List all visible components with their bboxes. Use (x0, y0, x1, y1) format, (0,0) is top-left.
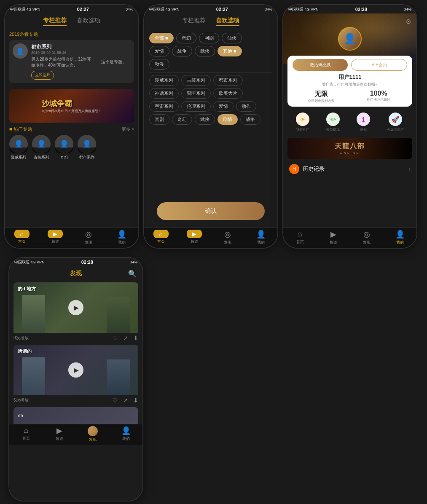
more-link[interactable]: 更多 > (122, 126, 134, 132)
tab-channel-4[interactable]: ▶ 频道 (43, 426, 76, 442)
cat-item-3[interactable]: 👤 奇幻 (55, 135, 73, 160)
tab-discover-label-2: 发现 (224, 240, 231, 245)
like-icon-2[interactable]: ♡ (113, 397, 118, 404)
drama-thumb: 👤 (13, 43, 28, 59)
watch-now-button[interactable]: 立即选片 (31, 71, 54, 80)
action-promote[interactable]: ☀ 我要推广 (296, 113, 309, 132)
sub-tag-ethics[interactable]: 伦理系列 (181, 101, 211, 112)
tag-fantasy[interactable]: 奇幻 (176, 33, 196, 43)
partial-text: rth (18, 413, 23, 418)
tab-channel-3[interactable]: ▶ 频道 (317, 230, 350, 245)
sub-tag-comedy[interactable]: 喜剧 (149, 114, 169, 125)
tag-martial[interactable]: 武侠 (195, 46, 215, 56)
tab-mine-1[interactable]: 👤 我的 (105, 230, 138, 245)
figure-1a (22, 295, 45, 333)
video-views-1: 0次播放 (13, 335, 113, 341)
cat-item-1[interactable]: 👤 漫威系列 (9, 135, 28, 160)
sub-tag-costume[interactable]: 古装系列 (181, 75, 211, 86)
tab-discover-1[interactable]: ◎ 发现 (72, 230, 105, 245)
search-icon[interactable]: 🔍 (128, 270, 137, 278)
user-stats: 无限 今日剩余观影次数 100% 推广用户已超过 (293, 90, 407, 103)
tab-channel-2[interactable]: ▶ 频道 (177, 230, 211, 245)
tab-bar-3: ⌂ 首页 ▶ 频道 ◎ 发现 👤 我的 (283, 228, 416, 248)
confirm-button[interactable]: 确认 (157, 202, 265, 220)
history-arrow-icon: › (408, 166, 411, 172)
tag-drama[interactable]: 网剧 (199, 33, 219, 43)
share-icon-2[interactable]: ↗ (123, 397, 128, 404)
sub-tag-detective[interactable]: 警匪系列 (181, 88, 211, 99)
tab-bar-2: ⌂ 首页 ▶ 频道 ◎ 发现 👤 我的 (144, 228, 277, 248)
like-icon-1[interactable]: ♡ (113, 335, 118, 341)
tab-mine-label-2: 我的 (257, 240, 265, 245)
action-group[interactable]: 🚀 火爆交流群 (387, 113, 404, 132)
income-icon: ✏ (326, 113, 340, 126)
sub-tag-western[interactable]: 欧美大片 (213, 88, 243, 99)
sub-tag-war2[interactable]: 战争 (240, 114, 260, 125)
tab-home-4[interactable]: ⌂ 首页 (9, 426, 43, 442)
tag-xianxia[interactable]: 仙侠 (222, 33, 242, 43)
tab-home-1[interactable]: ⌂ 首页 (5, 230, 38, 245)
tab-featured-2[interactable]: 专栏推荐 (182, 17, 206, 26)
video-card-1[interactable]: 的d 地方 ▶ 0次播放 ♡ ↗ ⬇ (13, 282, 138, 343)
video-card-2[interactable]: 所谓的 ▶ 6次播放 ♡ ↗ ⬇ (13, 345, 138, 405)
sub-tag-universe[interactable]: 宇宙系列 (149, 101, 179, 112)
discover-icon-3: ◎ (363, 230, 370, 239)
video-thumb-2: 所谓的 ▶ (13, 345, 138, 395)
sub-tag-myth[interactable]: 神话系列 (149, 88, 179, 99)
tab-home-3[interactable]: ⌂ 首页 (283, 230, 317, 245)
play-button-1[interactable]: ▶ (68, 300, 83, 315)
mine-icon-2: 👤 (256, 230, 266, 239)
tab-mine-3[interactable]: 👤 我的 (383, 230, 416, 245)
tab-discover-2[interactable]: ◎ 发现 (211, 230, 244, 245)
tab-home-2[interactable]: ⌂ 首页 (144, 230, 177, 245)
share-icon-1[interactable]: ↗ (123, 335, 128, 341)
partial-card[interactable]: rth (13, 407, 138, 424)
home-icon-3: ⌂ (298, 230, 302, 239)
download-icon-2[interactable]: ⬇ (133, 397, 138, 404)
tag-anime[interactable]: 动漫 (149, 59, 169, 70)
tab-featured[interactable]: 专栏推荐 (43, 17, 67, 26)
discover-header: 发现 🔍 (9, 266, 142, 281)
cat-item-2[interactable]: 👤 古装系列 (32, 135, 51, 160)
cat-item-4[interactable]: 👤 都市系列 (78, 135, 96, 160)
action-notify[interactable]: ℹ 通知 (357, 113, 370, 132)
game-banner-1[interactable]: 沙城争霸 8月28日-9月19日！开启万人跨服鏖战！ (9, 89, 134, 123)
history-row[interactable]: H 历史记录 › (283, 161, 416, 177)
banner-title-1: 沙城争霸 (42, 99, 101, 109)
cat-label-1: 漫威系列 (11, 155, 26, 160)
time-1: 02:27 (77, 7, 89, 12)
tab-channel-1[interactable]: ▶ 频道 (38, 230, 72, 245)
sub-tag-plot[interactable]: 剧情 (218, 114, 238, 125)
tab-mine-2[interactable]: 👤 我的 (244, 230, 277, 245)
tab-mine-4[interactable]: 👤 我的 (109, 426, 142, 442)
tab-discover-4[interactable]: ◎ 发现 (76, 426, 109, 442)
activate-button[interactable]: 激活码兑换 (293, 59, 348, 71)
sub-tag-marvel[interactable]: 漫威系列 (149, 75, 179, 86)
tab-favorites[interactable]: 喜欢选项 (77, 17, 100, 26)
sub-tag-wuxia[interactable]: 武侠 (195, 114, 215, 125)
sub-tag-fantasy2[interactable]: 奇幻 (172, 114, 192, 125)
drama-desc: 男人28岁之前都很自信，32岁开始冷静，40岁开始认命。 (31, 56, 94, 68)
download-icon-1[interactable]: ⬇ (133, 335, 138, 341)
phone-2-screen: 中国联通 4G VPN 02:27 34% 专栏推荐 喜欢选项 全部 ■ 奇幻 … (144, 5, 277, 248)
tab-bar-4: ⌂ 首页 ▶ 频道 ◎ 发现 👤 我的 (9, 424, 142, 445)
tab-favorites-2[interactable]: 喜欢选项 (216, 17, 239, 26)
action-income[interactable]: ✏ 收益提现 (326, 113, 340, 132)
play-button-2[interactable]: ▶ (68, 362, 83, 378)
status-bar-2: 中国联通 4G VPN 02:27 34% (144, 5, 277, 13)
promote-label: 我要推广 (296, 127, 309, 132)
sub-tag-action[interactable]: 动作 (236, 101, 256, 112)
tab-discover-3[interactable]: ◎ 发现 (350, 230, 383, 245)
sub-tag-love[interactable]: 爱情 (213, 101, 234, 112)
tag-war[interactable]: 战争 (172, 46, 192, 56)
tag-all[interactable]: 全部 ■ (149, 33, 174, 43)
video-actions-2: ♡ ↗ ⬇ (113, 397, 138, 404)
drama-card[interactable]: 👤 都市系列 2019-06-29 01:58:46 男人28岁之前都很自信，3… (9, 40, 134, 83)
gear-icon[interactable]: ⚙ (406, 18, 411, 26)
notify-label: 通知 (360, 127, 367, 132)
vip-button[interactable]: VIP会员 (351, 59, 407, 71)
tag-romance[interactable]: 爱情 (149, 46, 169, 56)
sub-tag-urban[interactable]: 都市系列 (213, 75, 243, 86)
tag-other[interactable]: 其他 ■ (218, 46, 242, 56)
game-banner-3[interactable]: 天龍八部 ONLINE (287, 138, 412, 159)
